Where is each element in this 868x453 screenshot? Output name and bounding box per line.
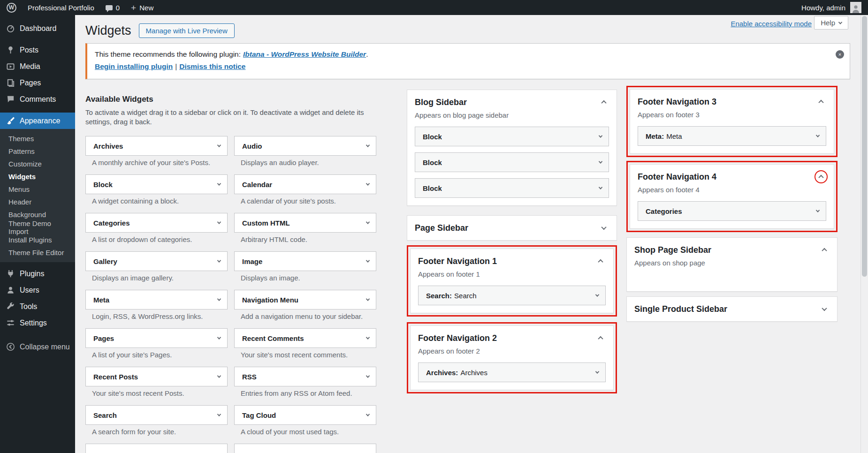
accessibility-mode-link[interactable]: Enable accessibility mode: [731, 20, 812, 28]
widget-bar-meta[interactable]: Meta:Meta: [638, 126, 826, 146]
widget-card-audio[interactable]: Audio: [234, 136, 376, 156]
annotation-box-footer-nav-2: Footer Navigation 2 Appears on footer 2 …: [407, 322, 617, 393]
scrollbar-track[interactable]: [860, 15, 868, 453]
widget-card-archives[interactable]: Archives: [85, 136, 228, 156]
chevron-up-icon: [818, 100, 823, 105]
notice-period: .: [366, 50, 368, 58]
submenu-item-install-plugins[interactable]: Install Plugins: [0, 234, 75, 246]
menu-item-pages[interactable]: Pages: [0, 75, 75, 91]
chevron-down-icon: [217, 297, 221, 301]
widget-card-image[interactable]: Image: [234, 251, 376, 271]
menu-item-media[interactable]: Media: [0, 58, 75, 75]
dismiss-icon[interactable]: ×: [836, 50, 844, 59]
widget-bar-categories[interactable]: Categories: [638, 201, 826, 221]
widget-bar-archives[interactable]: Archives:Archives: [418, 362, 606, 382]
sidebar-title: Footer Navigation 1: [418, 257, 497, 266]
widget-card-partial[interactable]: [234, 444, 376, 453]
site-name-link[interactable]: Professional Portfolio: [28, 0, 94, 15]
single-product-sidebar-toggle[interactable]: [819, 304, 830, 314]
submenu-item-menus[interactable]: Menus: [0, 183, 75, 196]
chevron-down-icon: [366, 412, 370, 416]
menu-item-posts[interactable]: Posts: [0, 42, 75, 58]
comments-shortcut[interactable]: 0: [106, 0, 120, 15]
widget-desc: Displays an audio player.: [241, 159, 376, 166]
widget-bar-block-2[interactable]: Block: [415, 152, 609, 172]
widget-card-custom-html[interactable]: Custom HTML: [234, 213, 376, 233]
live-preview-button[interactable]: Manage with Live Preview: [139, 23, 235, 38]
new-content-menu[interactable]: + New: [131, 0, 153, 15]
widget-desc: Add a navigation menu to your sidebar.: [241, 312, 376, 320]
submenu-item-themes[interactable]: Themes: [0, 132, 75, 145]
begin-installing-link[interactable]: Begin installing plugin: [95, 62, 173, 70]
widget-desc: A list of your site's Pages.: [92, 351, 228, 359]
submenu-item-theme-demo-import[interactable]: Theme Demo Import: [0, 221, 75, 234]
submenu-item-widgets[interactable]: Widgets: [0, 170, 75, 183]
submenu-item-patterns[interactable]: Patterns: [0, 145, 75, 158]
widget-card-rss[interactable]: RSS: [234, 367, 376, 386]
footer-nav-4-toggle[interactable]: [816, 172, 826, 182]
sidebar-panel-page: Page Sidebar: [407, 215, 617, 241]
chevron-down-icon: [595, 293, 599, 296]
widget-card-navigation-menu[interactable]: Navigation Menu: [234, 290, 376, 310]
admin-bar: W Professional Portfolio 0 + New Howdy, …: [0, 0, 868, 15]
widget-desc: A monthly archive of your site's Posts.: [92, 159, 228, 166]
chevron-down-icon: [366, 143, 370, 147]
collapse-menu-button[interactable]: Collapse menu: [0, 339, 75, 355]
link-divider: |: [175, 62, 177, 70]
widget-bar-search[interactable]: Search:Search: [418, 286, 606, 305]
widget-card-search[interactable]: Search: [85, 405, 228, 425]
available-widgets-grid: ArchivesA monthly archive of your site's…: [85, 136, 377, 453]
footer-nav-3-toggle[interactable]: [816, 97, 826, 107]
widget-card-categories[interactable]: Categories: [85, 213, 228, 233]
widget-bar-block-3[interactable]: Block: [415, 178, 609, 198]
scrollbar-thumb[interactable]: [862, 16, 867, 277]
help-button[interactable]: Help: [814, 16, 848, 30]
page-sidebar-toggle[interactable]: [599, 223, 609, 233]
avatar[interactable]: [850, 2, 861, 13]
chevron-down-icon: [217, 143, 221, 147]
blog-sidebar-toggle[interactable]: [599, 97, 609, 107]
chevron-up-icon: [598, 259, 603, 264]
person-icon: [851, 4, 860, 13]
widget-title: Search: [454, 292, 477, 300]
widget-card-gallery[interactable]: Gallery: [85, 251, 228, 271]
dismiss-notice-link[interactable]: Dismiss this notice: [179, 62, 245, 70]
widget-card-meta[interactable]: Meta: [85, 290, 228, 310]
available-widgets-instructions: To activate a widget drag it to a sideba…: [85, 108, 373, 127]
widget-card-block[interactable]: Block: [85, 174, 228, 194]
menu-item-appearance[interactable]: Appearance: [0, 113, 75, 129]
collapse-arrow-icon: [6, 342, 15, 352]
chevron-down-icon: [822, 306, 827, 311]
wordpress-menu[interactable]: W: [7, 0, 16, 15]
widget-card-calendar[interactable]: Calendar: [234, 174, 376, 194]
footer-nav-1-toggle[interactable]: [595, 256, 606, 266]
widget-drop-area[interactable]: [627, 267, 837, 291]
shop-sidebar-toggle[interactable]: [819, 245, 830, 255]
submenu-item-theme-file-editor[interactable]: Theme File Editor: [0, 246, 75, 259]
menu-item-comments[interactable]: Comments: [0, 91, 75, 107]
widget-bar-block-1[interactable]: Block: [415, 127, 609, 146]
widget-card-tag-cloud[interactable]: Tag Cloud: [234, 405, 376, 425]
widget-card-recent-posts[interactable]: Recent Posts: [85, 367, 228, 386]
menu-item-settings[interactable]: Settings: [0, 315, 75, 331]
plugin-link[interactable]: Ibtana - WordPress Website Builder: [243, 50, 366, 58]
footer-nav-2-toggle[interactable]: [595, 333, 606, 343]
widget-card-recent-comments[interactable]: Recent Comments: [234, 328, 376, 348]
menu-label: Collapse menu: [20, 343, 70, 351]
howdy-account-menu[interactable]: Howdy, admin: [801, 0, 845, 15]
widget-card-pages[interactable]: Pages: [85, 328, 228, 348]
chevron-up-icon: [601, 100, 606, 106]
menu-item-tools[interactable]: Tools: [0, 298, 75, 315]
chevron-down-icon: [366, 181, 370, 185]
menu-item-users[interactable]: Users: [0, 282, 75, 298]
menu-item-dashboard[interactable]: Dashboard: [0, 20, 75, 37]
submenu-item-customize[interactable]: Customize: [0, 158, 75, 170]
menu-label: Plugins: [20, 270, 44, 278]
chevron-up-icon: [818, 175, 823, 180]
wordpress-logo-icon: W: [7, 3, 16, 13]
submenu-item-header[interactable]: Header: [0, 196, 75, 208]
chevron-down-icon: [816, 133, 820, 137]
settings-icon: [6, 318, 15, 328]
menu-item-plugins[interactable]: Plugins: [0, 265, 75, 282]
widget-card-partial[interactable]: [85, 444, 228, 453]
